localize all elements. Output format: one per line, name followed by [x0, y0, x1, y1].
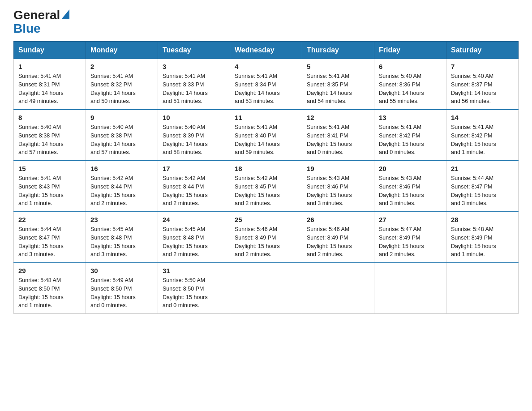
- day-info: Sunrise: 5:41 AMSunset: 8:43 PMDaylight:…: [18, 175, 64, 206]
- day-info: Sunrise: 5:41 AMSunset: 8:41 PMDaylight:…: [307, 124, 352, 155]
- calendar-cell: [302, 263, 374, 314]
- svg-marker-0: [61, 9, 69, 19]
- day-number: 9: [90, 114, 153, 121]
- calendar-cell: 26 Sunrise: 5:46 AMSunset: 8:49 PMDaylig…: [302, 212, 374, 263]
- day-number: 14: [451, 114, 514, 121]
- day-number: 22: [18, 216, 81, 223]
- day-info: Sunrise: 5:48 AMSunset: 8:50 PMDaylight:…: [18, 277, 64, 308]
- day-info: Sunrise: 5:41 AMSunset: 8:32 PMDaylight:…: [90, 73, 136, 104]
- column-header-wednesday: Wednesday: [230, 42, 302, 59]
- calendar-cell: 23 Sunrise: 5:45 AMSunset: 8:48 PMDaylig…: [86, 212, 158, 263]
- calendar-cell: 9 Sunrise: 5:40 AMSunset: 8:38 PMDayligh…: [86, 110, 158, 161]
- day-info: Sunrise: 5:40 AMSunset: 8:38 PMDaylight:…: [90, 124, 136, 155]
- day-info: Sunrise: 5:40 AMSunset: 8:39 PMDaylight:…: [163, 124, 208, 155]
- day-info: Sunrise: 5:46 AMSunset: 8:49 PMDaylight:…: [307, 226, 352, 257]
- column-header-friday: Friday: [374, 42, 446, 59]
- day-info: Sunrise: 5:45 AMSunset: 8:48 PMDaylight:…: [163, 226, 208, 257]
- column-header-sunday: Sunday: [14, 42, 86, 59]
- day-info: Sunrise: 5:42 AMSunset: 8:44 PMDaylight:…: [90, 175, 136, 206]
- calendar-cell: 17 Sunrise: 5:42 AMSunset: 8:44 PMDaylig…: [158, 161, 230, 212]
- logo-general-text: General: [13, 9, 60, 21]
- day-number: 13: [379, 114, 442, 121]
- day-number: 28: [451, 216, 514, 223]
- calendar-cell: 4 Sunrise: 5:41 AMSunset: 8:34 PMDayligh…: [230, 59, 302, 110]
- day-number: 2: [90, 63, 153, 70]
- calendar-cell: 19 Sunrise: 5:43 AMSunset: 8:46 PMDaylig…: [302, 161, 374, 212]
- calendar-cell: 6 Sunrise: 5:40 AMSunset: 8:36 PMDayligh…: [374, 59, 446, 110]
- calendar-week-row: 22 Sunrise: 5:44 AMSunset: 8:47 PMDaylig…: [14, 212, 519, 263]
- calendar-cell: [230, 263, 302, 314]
- calendar-cell: 24 Sunrise: 5:45 AMSunset: 8:48 PMDaylig…: [158, 212, 230, 263]
- day-number: 16: [90, 165, 153, 172]
- calendar-cell: 31 Sunrise: 5:50 AMSunset: 8:50 PMDaylig…: [158, 263, 230, 314]
- calendar-week-row: 15 Sunrise: 5:41 AMSunset: 8:43 PMDaylig…: [14, 161, 519, 212]
- logo-blue-text: Blue: [13, 21, 41, 36]
- day-info: Sunrise: 5:41 AMSunset: 8:33 PMDaylight:…: [163, 73, 208, 104]
- calendar-cell: 29 Sunrise: 5:48 AMSunset: 8:50 PMDaylig…: [14, 263, 86, 314]
- day-number: 21: [451, 165, 514, 172]
- day-info: Sunrise: 5:49 AMSunset: 8:50 PMDaylight:…: [90, 277, 136, 308]
- day-number: 5: [307, 63, 369, 70]
- calendar-cell: [446, 263, 519, 314]
- calendar-cell: 25 Sunrise: 5:46 AMSunset: 8:49 PMDaylig…: [230, 212, 302, 263]
- calendar-cell: 5 Sunrise: 5:41 AMSunset: 8:35 PMDayligh…: [302, 59, 374, 110]
- day-number: 3: [163, 63, 225, 70]
- logo-triangle-icon: [61, 9, 69, 19]
- calendar-cell: 16 Sunrise: 5:42 AMSunset: 8:44 PMDaylig…: [86, 161, 158, 212]
- day-info: Sunrise: 5:50 AMSunset: 8:50 PMDaylight:…: [163, 277, 208, 308]
- calendar-cell: 2 Sunrise: 5:41 AMSunset: 8:32 PMDayligh…: [86, 59, 158, 110]
- calendar-week-row: 1 Sunrise: 5:41 AMSunset: 8:31 PMDayligh…: [14, 59, 519, 110]
- day-number: 1: [18, 63, 81, 70]
- day-number: 23: [90, 216, 153, 223]
- day-info: Sunrise: 5:40 AMSunset: 8:36 PMDaylight:…: [379, 73, 424, 104]
- calendar-cell: 18 Sunrise: 5:42 AMSunset: 8:45 PMDaylig…: [230, 161, 302, 212]
- day-info: Sunrise: 5:40 AMSunset: 8:37 PMDaylight:…: [451, 73, 496, 104]
- day-number: 27: [379, 216, 442, 223]
- day-number: 15: [18, 165, 81, 172]
- day-number: 25: [235, 216, 297, 223]
- day-info: Sunrise: 5:48 AMSunset: 8:49 PMDaylight:…: [451, 226, 496, 257]
- calendar-week-row: 8 Sunrise: 5:40 AMSunset: 8:38 PMDayligh…: [14, 110, 519, 161]
- calendar-week-row: 29 Sunrise: 5:48 AMSunset: 8:50 PMDaylig…: [14, 263, 519, 314]
- logo: General Blue: [13, 9, 69, 36]
- day-number: 18: [235, 165, 297, 172]
- calendar-cell: 20 Sunrise: 5:43 AMSunset: 8:46 PMDaylig…: [374, 161, 446, 212]
- day-info: Sunrise: 5:41 AMSunset: 8:35 PMDaylight:…: [307, 73, 352, 104]
- calendar-cell: 10 Sunrise: 5:40 AMSunset: 8:39 PMDaylig…: [158, 110, 230, 161]
- day-info: Sunrise: 5:40 AMSunset: 8:38 PMDaylight:…: [18, 124, 64, 155]
- header: General Blue: [13, 9, 519, 36]
- day-number: 20: [379, 165, 442, 172]
- day-number: 10: [163, 114, 225, 121]
- day-number: 24: [163, 216, 225, 223]
- day-info: Sunrise: 5:41 AMSunset: 8:42 PMDaylight:…: [379, 124, 424, 155]
- calendar-cell: 7 Sunrise: 5:40 AMSunset: 8:37 PMDayligh…: [446, 59, 519, 110]
- day-number: 11: [235, 114, 297, 121]
- calendar-cell: 27 Sunrise: 5:47 AMSunset: 8:49 PMDaylig…: [374, 212, 446, 263]
- day-info: Sunrise: 5:45 AMSunset: 8:48 PMDaylight:…: [90, 226, 136, 257]
- calendar-table: SundayMondayTuesdayWednesdayThursdayFrid…: [13, 41, 519, 314]
- day-info: Sunrise: 5:44 AMSunset: 8:47 PMDaylight:…: [451, 175, 496, 206]
- day-info: Sunrise: 5:42 AMSunset: 8:45 PMDaylight:…: [235, 175, 280, 206]
- day-number: 29: [18, 267, 81, 274]
- calendar-cell: 15 Sunrise: 5:41 AMSunset: 8:43 PMDaylig…: [14, 161, 86, 212]
- calendar-cell: 13 Sunrise: 5:41 AMSunset: 8:42 PMDaylig…: [374, 110, 446, 161]
- calendar-cell: 3 Sunrise: 5:41 AMSunset: 8:33 PMDayligh…: [158, 59, 230, 110]
- day-info: Sunrise: 5:47 AMSunset: 8:49 PMDaylight:…: [379, 226, 424, 257]
- day-number: 26: [307, 216, 369, 223]
- day-info: Sunrise: 5:41 AMSunset: 8:34 PMDaylight:…: [235, 73, 280, 104]
- day-info: Sunrise: 5:41 AMSunset: 8:31 PMDaylight:…: [18, 73, 64, 104]
- day-number: 6: [379, 63, 442, 70]
- calendar-cell: [374, 263, 446, 314]
- day-number: 4: [235, 63, 297, 70]
- column-header-thursday: Thursday: [302, 42, 374, 59]
- column-header-saturday: Saturday: [446, 42, 519, 59]
- day-info: Sunrise: 5:42 AMSunset: 8:44 PMDaylight:…: [163, 175, 208, 206]
- day-info: Sunrise: 5:43 AMSunset: 8:46 PMDaylight:…: [307, 175, 352, 206]
- day-number: 17: [163, 165, 225, 172]
- day-info: Sunrise: 5:46 AMSunset: 8:49 PMDaylight:…: [235, 226, 280, 257]
- calendar-cell: 8 Sunrise: 5:40 AMSunset: 8:38 PMDayligh…: [14, 110, 86, 161]
- calendar-cell: 21 Sunrise: 5:44 AMSunset: 8:47 PMDaylig…: [446, 161, 519, 212]
- calendar-cell: 14 Sunrise: 5:41 AMSunset: 8:42 PMDaylig…: [446, 110, 519, 161]
- day-info: Sunrise: 5:41 AMSunset: 8:40 PMDaylight:…: [235, 124, 280, 155]
- calendar-cell: 28 Sunrise: 5:48 AMSunset: 8:49 PMDaylig…: [446, 212, 519, 263]
